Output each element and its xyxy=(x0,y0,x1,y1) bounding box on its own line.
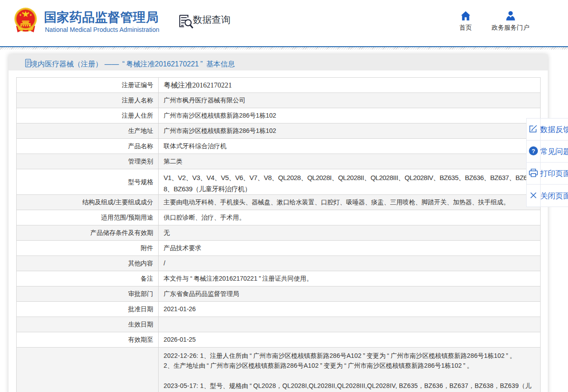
svg-text:?: ? xyxy=(532,148,535,154)
